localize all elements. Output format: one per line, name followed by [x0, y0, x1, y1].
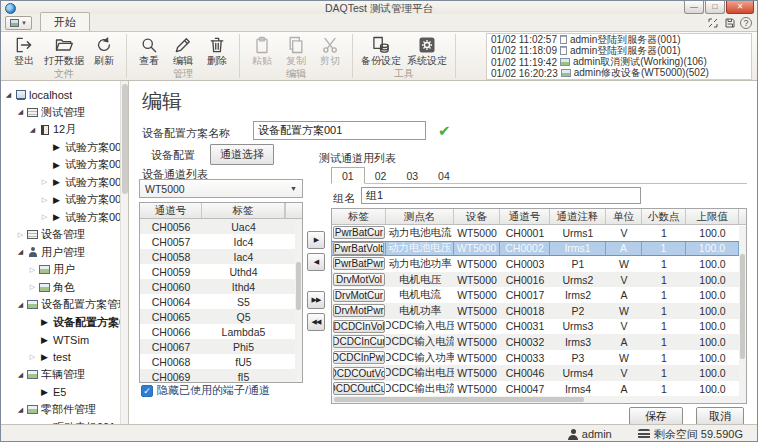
table-row[interactable]: CH0069fI5	[140, 369, 302, 383]
tag-button-DCDCInPwr[interactable]: DCDCInPwr	[333, 351, 385, 364]
expander-closed-icon[interactable]: ▷	[27, 283, 38, 291]
table-row[interactable]: PwrBatCur动力电池电流WT5000CH0001Urms1V1100.0	[332, 225, 746, 241]
help-icon[interactable]: ?	[740, 17, 752, 29]
ribbon-button-编辑[interactable]: 编辑	[166, 33, 200, 67]
tree-item-12月[interactable]: ◢12月	[1, 121, 128, 139]
table-row[interactable]: DCDCOutCurDCDC输出电流WT5000CH0047Irms4A1100…	[332, 381, 746, 397]
table-row[interactable]: DCDCInPwrDCDC输入功率WT5000CH0033P3W1100.0	[332, 350, 746, 366]
ribbon-button-备份设定[interactable]: 备份设定	[358, 33, 404, 67]
ribbon-button-刷新[interactable]: 刷新	[87, 33, 121, 67]
table-row[interactable]: CH0068fU5	[140, 354, 302, 369]
tag-button-PwrBatVolt[interactable]: PwrBatVolt	[333, 242, 384, 255]
tree-item-localhost[interactable]: ◢localhost	[1, 86, 128, 104]
table-row[interactable]: DrvMotCur电机电流WT5000CH0017Irms2A1100.0	[332, 287, 746, 303]
column-header-测点名[interactable]: 测点名	[386, 209, 454, 224]
hide-used-checkbox[interactable]: ✓	[141, 385, 153, 397]
tree-item-测试管理[interactable]: ◢测试管理	[1, 104, 128, 122]
table-row[interactable]: CH0067Phi5	[140, 339, 302, 354]
table-row[interactable]: CH0056Uac4	[140, 219, 302, 234]
move-right-button[interactable]: ▶	[307, 231, 325, 249]
expander-closed-icon[interactable]: ▷	[39, 178, 50, 186]
tab-通道选择[interactable]: 通道选择	[210, 144, 274, 165]
expander-open-icon[interactable]: ◢	[15, 406, 26, 414]
table-row[interactable]: CH0065Q5	[140, 309, 302, 324]
group-tab-04[interactable]: 04	[428, 168, 460, 183]
close-button[interactable]: ✕	[726, 1, 754, 14]
expander-closed-icon[interactable]: ▷	[27, 266, 38, 274]
column-header-上限值[interactable]: 上限值	[686, 209, 739, 224]
tree-item-角色[interactable]: ▷角色	[1, 279, 128, 297]
column-header-通道号[interactable]: 通道号	[140, 203, 202, 218]
tree-item-设备管理[interactable]: ▷设备管理	[1, 226, 128, 244]
config-name-input[interactable]	[253, 121, 426, 140]
table-row[interactable]: CH0060Ithd4	[140, 279, 302, 294]
tree-item-设备配置方案管理[interactable]: ◢设备配置方案管理	[1, 296, 128, 314]
table-row[interactable]: DCDCOutVolDCDC输出电压WT5000CH0046Urms4V1100…	[332, 365, 746, 381]
move-left-button[interactable]: ◀	[307, 253, 325, 271]
tree-scrollbar[interactable]	[120, 81, 128, 424]
group-tab-02[interactable]: 02	[365, 168, 397, 183]
tag-button-DrvMotCur[interactable]: DrvMotCur	[333, 289, 385, 302]
expander-open-icon[interactable]: ◢	[3, 91, 14, 99]
expander-closed-icon[interactable]: ▷	[15, 231, 26, 239]
table-row[interactable]: CH0066Lambda5	[140, 324, 302, 339]
quick-access-button[interactable]: ▼	[5, 16, 32, 30]
tree-item-零部件管理[interactable]: ◢零部件管理	[1, 401, 128, 419]
move-all-left-button[interactable]: ◀◀	[307, 313, 325, 331]
table-row[interactable]: PwrBatPwr动力电池功率WT5000CH0003P1W1100.0	[332, 256, 746, 272]
column-header-标签[interactable]: 标签	[332, 209, 386, 224]
table-row[interactable]: CH0064S5	[140, 294, 302, 309]
left-table-scrollbar[interactable]	[295, 220, 302, 382]
expander-open-icon[interactable]: ◢	[15, 108, 26, 116]
tab-设备配置[interactable]: 设备配置	[142, 146, 204, 165]
ribbon-button-登出[interactable]: 登出	[7, 33, 41, 67]
device-selector[interactable]: WT5000 ▼	[139, 179, 303, 198]
expander-open-icon[interactable]: ◢	[15, 248, 26, 256]
expander-closed-icon[interactable]: ▷	[39, 213, 50, 221]
minimize-button[interactable]: —	[684, 1, 704, 14]
table-row[interactable]: CH0059Uthd4	[140, 264, 302, 279]
expander-open-icon[interactable]: ◢	[27, 126, 38, 134]
right-table-hscrollbar[interactable]	[332, 396, 739, 403]
right-table-vscrollbar-thumb[interactable]	[740, 254, 745, 359]
tag-button-DCDCOutCur[interactable]: DCDCOutCur	[333, 382, 385, 395]
ribbon-button-删除[interactable]: 删除	[200, 33, 234, 67]
tree-scrollbar-thumb[interactable]	[122, 84, 128, 194]
ribbon-button-打开数据[interactable]: 打开数据	[41, 33, 87, 67]
expander-closed-icon[interactable]: ▷	[27, 353, 38, 361]
column-header-小数点[interactable]: 小数点	[642, 209, 686, 224]
tree-item-用户管理[interactable]: ◢用户管理	[1, 244, 128, 262]
right-table-vscrollbar[interactable]	[739, 226, 746, 403]
expander-closed-icon[interactable]: ▷	[39, 196, 50, 204]
cancel-button[interactable]: 取消	[696, 407, 744, 424]
ribbon-button-查看[interactable]: 查看	[132, 33, 166, 67]
tag-button-DCDCInCur[interactable]: DCDCInCur	[333, 335, 385, 348]
table-row[interactable]: DrvMotPwr电机功率WT5000CH0018P2W1100.0	[332, 303, 746, 319]
ribbon-button-系统设定[interactable]: 系统设定	[404, 33, 450, 67]
resize-icon[interactable]	[706, 16, 720, 29]
group-tab-03[interactable]: 03	[396, 168, 428, 183]
group-name-input[interactable]	[361, 187, 641, 204]
tree-item-试验方案004[interactable]: ▷▶试验方案004	[1, 191, 128, 209]
tree-item-试验方案005[interactable]: ▷▶试验方案005	[1, 209, 128, 227]
column-header-标签[interactable]: 标签	[202, 203, 285, 218]
tree-item-试验方案001[interactable]: ▶试验方案001	[1, 139, 128, 157]
move-all-right-button[interactable]: ▶▶	[307, 291, 325, 309]
save-button[interactable]: 保存	[629, 407, 683, 424]
table-row[interactable]: DCDCInVolDCDC输入电压WT5000CH0031Urms3V1100.…	[332, 319, 746, 335]
tag-button-DrvMotPwr[interactable]: DrvMotPwr	[333, 304, 385, 317]
tree-item-设备配置方案001[interactable]: ▶设备配置方案001	[1, 314, 128, 332]
column-header-通道注释[interactable]: 通道注释	[550, 209, 606, 224]
expander-open-icon[interactable]: ◢	[15, 371, 26, 379]
tree-item-用户[interactable]: ▷用户	[1, 261, 128, 279]
tree-item-WTSim[interactable]: ▶WTSim	[1, 331, 128, 349]
tree-item-试验方案003[interactable]: ▷▶试验方案003	[1, 174, 128, 192]
expander-open-icon[interactable]: ◢	[15, 301, 26, 309]
tag-button-DrvMotVol[interactable]: DrvMotVol	[333, 273, 385, 286]
table-row[interactable]: DrvMotVol电机电压WT5000CH0016Urms2V1100.0	[332, 272, 746, 288]
table-row[interactable]: DCDCInCurDCDC输入电流WT5000CH0032Irms3A1100.…	[332, 334, 746, 350]
save-icon[interactable]	[723, 16, 737, 29]
table-row[interactable]: CH0058Iac4	[140, 249, 302, 264]
table-row[interactable]: PwrBatVolt动力电池电压WT5000CH0002Irms1A1100.0	[332, 241, 746, 257]
tag-button-PwrBatCur[interactable]: PwrBatCur	[333, 226, 385, 239]
